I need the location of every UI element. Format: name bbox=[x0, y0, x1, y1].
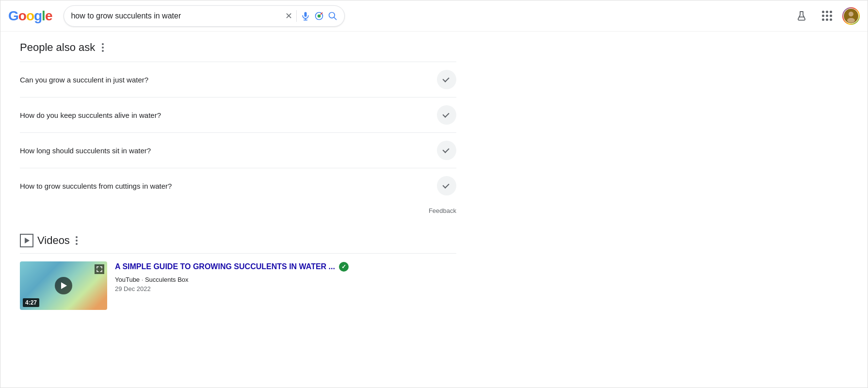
dot bbox=[102, 47, 104, 48]
paa-item[interactable]: How long should succulents sit in water? bbox=[20, 133, 456, 168]
verified-check-icon: ✓ bbox=[339, 262, 349, 272]
logo-e: e bbox=[45, 8, 52, 24]
video-item: 4:27 A SIMPLE GUIDE TO GROWING SUCCULENT… bbox=[20, 253, 456, 310]
paa-item[interactable]: How to grow succulents from cuttings in … bbox=[20, 168, 456, 203]
chevron-down-icon bbox=[443, 182, 450, 189]
dot bbox=[102, 43, 104, 45]
google-lens-icon[interactable] bbox=[314, 11, 324, 21]
search-icon[interactable] bbox=[328, 11, 338, 21]
video-source: YouTube · Succulents Box bbox=[115, 276, 456, 283]
videos-more-options[interactable] bbox=[74, 234, 80, 247]
svg-point-4 bbox=[318, 14, 321, 17]
paa-question-2: How do you keep succulents alive in wate… bbox=[20, 111, 161, 119]
paa-question-1: Can you grow a succulent in just water? bbox=[20, 76, 148, 84]
video-title-text: A SIMPLE GUIDE TO GROWING SUCCULENTS IN … bbox=[115, 261, 335, 272]
chevron-down-icon bbox=[443, 76, 450, 82]
labs-icon[interactable] bbox=[792, 6, 811, 26]
video-info: A SIMPLE GUIDE TO GROWING SUCCULENTS IN … bbox=[115, 261, 456, 292]
check-mark: ✓ bbox=[341, 263, 346, 271]
grid-dots bbox=[822, 11, 832, 21]
videos-title: Videos bbox=[37, 234, 70, 247]
expand-icon[interactable] bbox=[95, 264, 104, 274]
paa-question-3: How long should succulents sit in water? bbox=[20, 146, 151, 155]
svg-rect-0 bbox=[305, 12, 307, 16]
apps-icon[interactable] bbox=[817, 6, 836, 26]
chevron-down-icon bbox=[443, 146, 450, 153]
clear-icon[interactable]: ✕ bbox=[285, 11, 292, 21]
paa-question-4: How to grow succulents from cuttings in … bbox=[20, 182, 172, 190]
search-bar: ✕ bbox=[64, 5, 345, 27]
paa-more-options[interactable] bbox=[100, 41, 106, 54]
dot bbox=[76, 240, 78, 242]
svg-point-10 bbox=[849, 12, 853, 16]
header-right bbox=[792, 6, 860, 26]
google-logo[interactable]: Google bbox=[8, 8, 52, 24]
paa-item[interactable]: Can you grow a succulent in just water? bbox=[20, 62, 456, 97]
svg-line-7 bbox=[334, 17, 337, 19]
logo-o2: o bbox=[26, 8, 34, 24]
logo-o1: o bbox=[18, 8, 26, 24]
avatar[interactable] bbox=[842, 7, 860, 25]
video-duration: 4:27 bbox=[23, 298, 39, 307]
play-triangle-icon bbox=[25, 238, 30, 243]
paa-list: Can you grow a succulent in just water? … bbox=[20, 62, 456, 203]
paa-expand-3[interactable] bbox=[437, 141, 456, 160]
video-section-icon bbox=[20, 234, 33, 247]
video-title[interactable]: A SIMPLE GUIDE TO GROWING SUCCULENTS IN … bbox=[115, 261, 456, 272]
paa-expand-4[interactable] bbox=[437, 176, 456, 195]
dot bbox=[76, 236, 78, 238]
main-content: People also ask Can you grow a succulent… bbox=[0, 32, 461, 320]
header: Google ✕ bbox=[0, 0, 868, 32]
video-platform: YouTube bbox=[115, 276, 140, 283]
chevron-down-icon bbox=[443, 111, 450, 118]
search-divider bbox=[296, 10, 297, 22]
feedback-link[interactable]: Feedback bbox=[429, 207, 456, 214]
logo-g: G bbox=[8, 8, 18, 24]
paa-item[interactable]: How do you keep succulents alive in wate… bbox=[20, 97, 456, 133]
paa-expand-2[interactable] bbox=[437, 105, 456, 125]
videos-section: Videos 4:27 bbox=[20, 234, 442, 310]
video-date: 29 Dec 2022 bbox=[115, 285, 456, 292]
video-dot-separator: · bbox=[142, 276, 145, 283]
feedback-row: Feedback bbox=[20, 203, 456, 218]
logo-g2: g bbox=[34, 8, 42, 24]
dot bbox=[102, 50, 104, 52]
microphone-icon[interactable] bbox=[301, 11, 310, 21]
play-button-overlay[interactable] bbox=[55, 277, 72, 294]
dot bbox=[76, 243, 78, 245]
video-thumbnail[interactable]: 4:27 bbox=[20, 261, 107, 310]
video-channel: Succulents Box bbox=[145, 276, 189, 283]
paa-header: People also ask bbox=[20, 41, 442, 54]
search-input[interactable] bbox=[71, 12, 281, 20]
people-also-ask-section: People also ask Can you grow a succulent… bbox=[20, 41, 442, 218]
videos-header: Videos bbox=[20, 234, 442, 247]
svg-point-11 bbox=[847, 18, 855, 23]
paa-expand-1[interactable] bbox=[437, 70, 456, 89]
logo-l: l bbox=[42, 8, 45, 24]
paa-title: People also ask bbox=[20, 41, 95, 54]
play-icon bbox=[61, 282, 67, 289]
